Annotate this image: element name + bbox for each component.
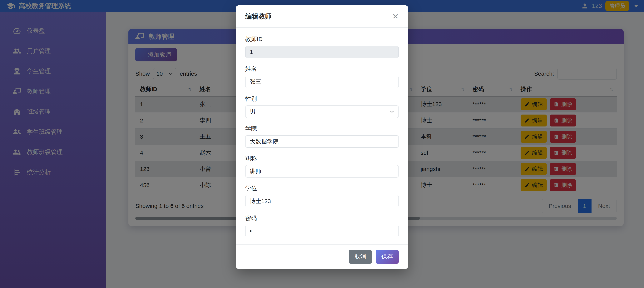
chevron-down-icon: [390, 110, 394, 113]
field-degree: 学位: [245, 184, 399, 207]
gender-value: 男: [250, 108, 256, 116]
field-name: 姓名: [245, 65, 399, 88]
degree-input[interactable]: [245, 195, 399, 207]
name-input[interactable]: [245, 76, 399, 88]
modal-body: 教师ID 姓名 性别 男 学院 职称: [236, 28, 408, 244]
close-icon[interactable]: ✕: [392, 13, 399, 20]
degree-label: 学位: [245, 184, 399, 192]
modal-title: 编辑教师: [245, 12, 272, 21]
field-job-title: 职称: [245, 155, 399, 178]
edit-teacher-modal: 编辑教师 ✕ 教师ID 姓名 性别 男 学院: [236, 6, 408, 269]
field-college: 学院: [245, 125, 399, 148]
save-button[interactable]: 保存: [376, 250, 399, 264]
teacher-id-label: 教师ID: [245, 35, 399, 43]
field-teacher-id: 教师ID: [245, 35, 399, 58]
cancel-button[interactable]: 取消: [349, 250, 372, 264]
modal-footer: 取消 保存: [236, 244, 408, 269]
college-input[interactable]: [245, 135, 399, 148]
password-input[interactable]: [245, 225, 399, 237]
job-title-label: 职称: [245, 155, 399, 163]
college-label: 学院: [245, 125, 399, 133]
job-title-input[interactable]: [245, 165, 399, 178]
gender-label: 性别: [245, 95, 399, 103]
password-label: 密码: [245, 214, 399, 222]
name-label: 姓名: [245, 65, 399, 73]
teacher-id-input: [245, 46, 399, 58]
gender-select[interactable]: 男: [245, 105, 399, 118]
field-password: 密码: [245, 214, 399, 237]
field-gender: 性别 男: [245, 95, 399, 118]
modal-header: 编辑教师 ✕: [236, 6, 408, 28]
app-root: 高校教务管理系统 123 管理员 仪表盘 用户管理 学生管理 教师管理 班级管: [0, 0, 644, 288]
